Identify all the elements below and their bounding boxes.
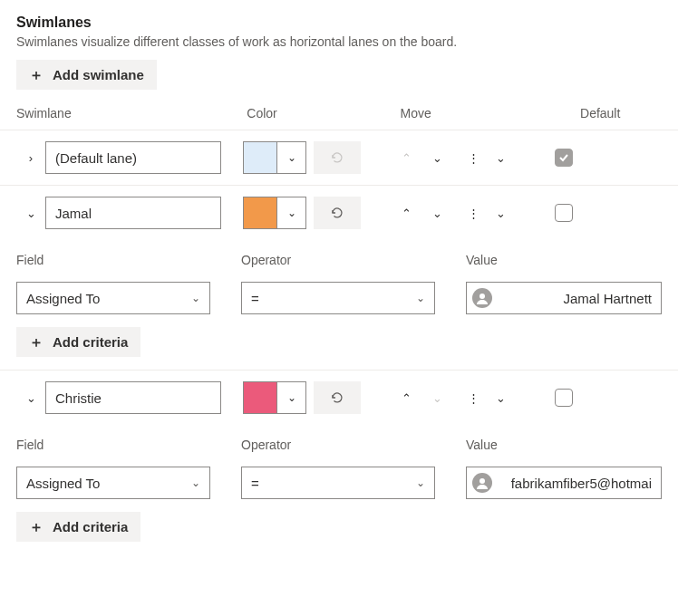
add-criteria-label: Add criteria	[53, 334, 128, 350]
chevron-down-icon: ⌄	[432, 151, 442, 165]
col-header-default: Default	[580, 106, 662, 120]
lane-name-input[interactable]	[45, 197, 221, 229]
avatar-icon	[472, 473, 492, 493]
default-checkbox[interactable]	[555, 149, 573, 167]
move-down-button[interactable]: ⌄	[424, 145, 450, 170]
check-icon	[558, 152, 569, 163]
more-menu-dropdown[interactable]: ⌄	[488, 200, 513, 226]
refresh-icon	[330, 150, 344, 165]
move-up-button[interactable]: ⌃	[393, 200, 419, 226]
expand-toggle[interactable]: ⌄	[16, 383, 45, 412]
add-criteria-label: Add criteria	[53, 519, 128, 534]
expand-toggle[interactable]: ⌄	[16, 198, 45, 227]
kebab-icon: ⋮	[468, 151, 479, 165]
default-checkbox[interactable]	[555, 204, 573, 222]
chevron-down-icon: ⌄	[432, 207, 442, 220]
chevron-down-icon: ⌄	[496, 207, 506, 220]
move-up-button[interactable]: ⌃	[393, 145, 419, 170]
criteria-value-text: Jamal Hartnett	[563, 291, 652, 306]
kebab-icon: ⋮	[468, 207, 479, 220]
color-swatch	[244, 382, 276, 413]
svg-point-1	[479, 478, 485, 484]
svg-point-0	[479, 294, 485, 299]
criteria-field-value: Assigned To	[26, 291, 100, 306]
chevron-down-icon: ⌄	[496, 391, 506, 405]
col-header-operator: Operator	[241, 253, 466, 267]
chevron-up-icon: ⌃	[402, 391, 412, 405]
col-header-value: Value	[466, 438, 662, 452]
plus-icon: ＋	[29, 68, 44, 82]
criteria-operator-value: =	[251, 476, 259, 491]
chevron-down-icon: ⌄	[276, 382, 305, 413]
more-menu-button[interactable]: ⋮	[460, 385, 486, 410]
chevron-down-icon: ⌄	[496, 151, 506, 165]
add-criteria-button[interactable]: ＋ Add criteria	[16, 327, 140, 357]
chevron-down-icon: ⌄	[191, 292, 200, 304]
chevron-up-icon: ⌃	[402, 207, 412, 220]
criteria-operator-value: =	[251, 291, 259, 306]
more-menu-dropdown[interactable]: ⌄	[488, 385, 513, 410]
avatar-icon	[472, 288, 492, 308]
criteria-value-select[interactable]: fabrikamfiber5@hotmai	[466, 467, 662, 499]
refresh-icon	[330, 390, 344, 405]
more-menu-dropdown[interactable]: ⌄	[488, 145, 513, 170]
criteria-header: Field Operator Value	[0, 240, 678, 278]
criteria-value-select[interactable]: Jamal Hartnett	[466, 282, 662, 314]
more-menu-button[interactable]: ⋮	[460, 200, 486, 226]
criteria-operator-select[interactable]: = ⌄	[241, 282, 435, 314]
columns-header: Swimlane Color Move Default	[0, 106, 678, 130]
reset-color-button[interactable]	[314, 141, 361, 174]
chevron-down-icon: ⌄	[26, 207, 36, 220]
chevron-down-icon: ⌄	[276, 197, 305, 228]
criteria-value-text: fabrikamfiber5@hotmai	[511, 476, 652, 491]
criteria-row: Assigned To ⌄ = ⌄ Jamal Hartnett	[0, 278, 678, 327]
move-up-button[interactable]: ⌃	[393, 385, 419, 410]
chevron-down-icon: ⌄	[276, 142, 305, 173]
color-swatch	[244, 197, 276, 228]
color-picker[interactable]: ⌄	[243, 381, 306, 414]
plus-icon: ＋	[29, 520, 44, 534]
chevron-down-icon: ⌄	[191, 476, 200, 489]
add-swimlane-label: Add swimlane	[53, 67, 144, 82]
expand-toggle[interactable]: ›	[16, 143, 45, 172]
col-header-color: Color	[247, 106, 400, 120]
lane-row: ⌄ ⌄ ⌃ ⌄ ⋮ ⌄	[0, 186, 678, 240]
chevron-down-icon: ⌄	[416, 292, 425, 304]
criteria-field-select[interactable]: Assigned To ⌄	[16, 467, 210, 499]
chevron-down-icon: ⌄	[26, 391, 36, 405]
col-header-value: Value	[466, 253, 662, 267]
add-criteria-button[interactable]: ＋ Add criteria	[16, 512, 140, 542]
chevron-right-icon: ›	[29, 151, 33, 165]
lane-row: ⌄ ⌄ ⌃ ⌄ ⋮ ⌄	[0, 371, 678, 425]
col-header-move: Move	[400, 106, 580, 120]
criteria-field-select[interactable]: Assigned To ⌄	[16, 282, 210, 314]
page-title: Swimlanes	[0, 0, 678, 34]
color-swatch	[244, 142, 276, 173]
refresh-icon	[330, 206, 344, 220]
chevron-down-icon: ⌄	[416, 476, 425, 489]
col-header-operator: Operator	[241, 438, 466, 452]
add-swimlane-button[interactable]: ＋ Add swimlane	[16, 60, 157, 90]
default-checkbox[interactable]	[555, 389, 573, 407]
color-picker[interactable]: ⌄	[243, 197, 306, 229]
col-header-swimlane: Swimlane	[16, 106, 247, 120]
criteria-header: Field Operator Value	[0, 425, 678, 463]
page-description: Swimlanes visualize different classes of…	[0, 34, 678, 60]
move-down-button[interactable]: ⌄	[424, 385, 450, 410]
lane-name-input[interactable]	[45, 141, 221, 174]
col-header-field: Field	[16, 253, 241, 267]
reset-color-button[interactable]	[314, 381, 361, 414]
reset-color-button[interactable]	[314, 197, 361, 229]
chevron-up-icon: ⌃	[402, 151, 412, 165]
criteria-operator-select[interactable]: = ⌄	[241, 467, 435, 499]
chevron-down-icon: ⌄	[432, 391, 442, 405]
lane-row: › ⌄ ⌃ ⌄ ⋮ ⌄	[0, 130, 678, 185]
col-header-field: Field	[16, 438, 241, 452]
lane-name-input[interactable]	[45, 381, 221, 414]
color-picker[interactable]: ⌄	[243, 141, 306, 174]
plus-icon: ＋	[29, 335, 44, 350]
more-menu-button[interactable]: ⋮	[460, 145, 486, 170]
move-down-button[interactable]: ⌄	[424, 200, 450, 226]
criteria-row: Assigned To ⌄ = ⌄ fabrikamfiber5@hotmai	[0, 463, 678, 512]
criteria-field-value: Assigned To	[26, 476, 100, 491]
